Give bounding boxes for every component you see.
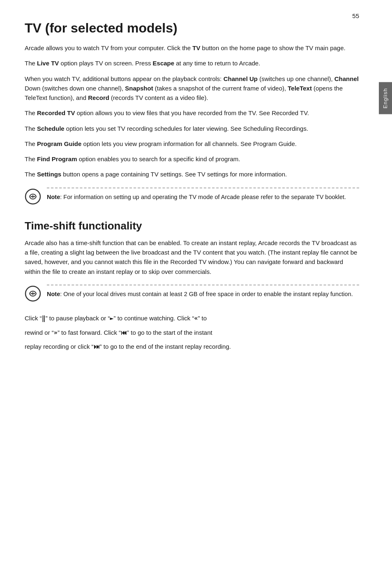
sym-start: ⏮ <box>121 329 127 336</box>
paragraph-3: When you watch TV, additional buttons ap… <box>25 74 359 103</box>
paragraph-8: The Settings button opens a page contain… <box>25 169 359 179</box>
bold-channel: Channel <box>334 75 359 82</box>
bold-channel-up: Channel Up <box>224 75 258 82</box>
bold-schedule: Schedule <box>37 125 65 132</box>
sym-rewind: « <box>194 315 198 322</box>
section1-title: TV (for selected models) <box>25 21 359 36</box>
note-label-1: Note <box>47 194 60 200</box>
playback-line-3: replay recording or click “⏭” to go to t… <box>25 341 359 353</box>
playback-line-2: rewind or “»” to fast forward. Click “⏮”… <box>25 327 359 339</box>
note-text-1: Note: For information on setting up and … <box>47 192 359 202</box>
note-label-2: Note <box>47 291 60 297</box>
note-text-2: Note: One of your local drives must cont… <box>47 290 359 299</box>
note-icon-2 <box>25 285 41 302</box>
note-content-1: Note: For information on setting up and … <box>47 188 359 207</box>
bold-teletext: TeleText <box>288 85 312 92</box>
bold-snapshot: Snapshot <box>125 85 153 92</box>
sym-fastforward: » <box>54 329 58 336</box>
paragraph-4: The Recorded TV option allows you to vie… <box>25 108 359 118</box>
paragraph-6: The Program Guide option lets you view p… <box>25 139 359 148</box>
bold-live-tv: Live TV <box>37 60 59 67</box>
sym-pause: ‖ <box>42 315 46 322</box>
bold-find-program: Find Program <box>37 155 77 162</box>
sidebar-language-label: English <box>379 82 392 114</box>
paragraph-2: The Live TV option plays TV on screen. P… <box>25 58 359 68</box>
paragraph-7: The Find Program option enables you to s… <box>25 154 359 164</box>
section2-title: Time-shift functionality <box>25 220 359 232</box>
note-box-2: Note: One of your local drives must cont… <box>25 285 359 304</box>
playback-line-1: Click “‖” to pause playback or “►” to co… <box>25 313 359 324</box>
page-container: 55 English TV (for selected models) Arca… <box>0 0 392 380</box>
paragraph-timeshift: Arcade also has a time-shift function th… <box>25 238 359 276</box>
bold-settings: Settings <box>37 171 61 178</box>
bold-recorded-tv: Recorded TV <box>37 109 75 116</box>
paragraph-5: The Schedule option lets you set TV reco… <box>25 124 359 133</box>
bold-escape: Escape <box>153 60 175 67</box>
sym-play: ► <box>110 315 113 322</box>
bold-program-guide: Program Guide <box>37 140 81 147</box>
note-content-2: Note: One of your local drives must cont… <box>47 285 359 304</box>
sym-end: ⏭ <box>94 343 100 350</box>
page-number: 55 <box>352 12 359 19</box>
bold-record: Record <box>88 94 109 101</box>
note-icon-1 <box>25 188 41 205</box>
note-box-1: Note: For information on setting up and … <box>25 188 359 207</box>
paragraph-1: Arcade allows you to watch TV from your … <box>25 43 359 53</box>
bold-tv: TV <box>192 44 200 51</box>
